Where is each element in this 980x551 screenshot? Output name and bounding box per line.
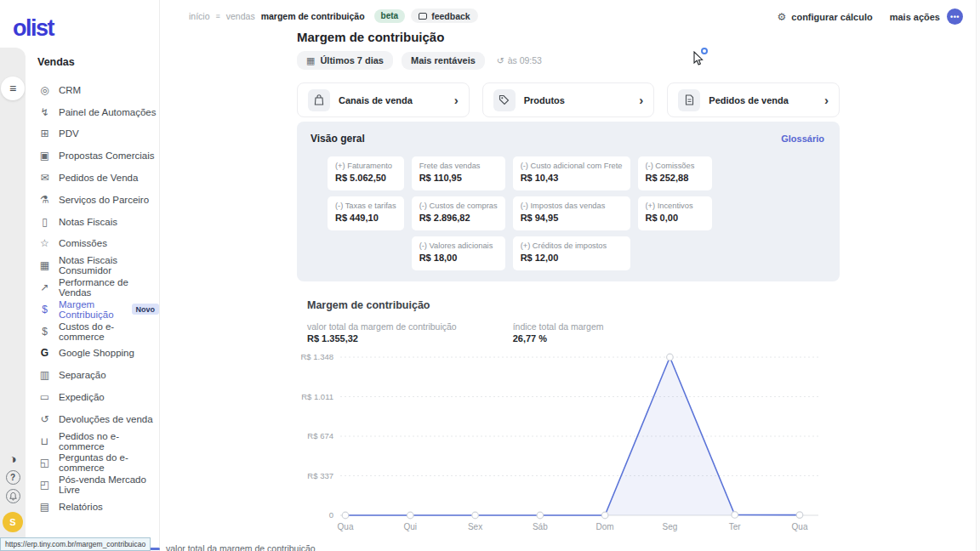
breadcrumb-current: margem de contribuição [261, 11, 365, 21]
svg-text:Qua: Qua [792, 522, 808, 531]
sidebar-item-custos-do-ecommerce[interactable]: $Custos do e-commerce [26, 321, 159, 343]
document-icon: ▯ [38, 216, 51, 228]
calculator-icon: ⊞ [38, 128, 51, 139]
svg-text:Ter: Ter [729, 522, 742, 531]
history-icon: ↺ [497, 55, 504, 65]
kpi-value: R$ 252,88 [646, 173, 705, 183]
kpi-label: (-) Custos de compras [419, 202, 498, 210]
stat-value: 26,77 % [513, 333, 604, 344]
sidebar-item-pedidos-no-ecommerce[interactable]: ⊔Pedidos no e-commerce [26, 430, 159, 452]
stat-label: valor total da margem de contribuição [307, 321, 457, 332]
overview-title: Visão geral [311, 133, 365, 145]
kpi-value: R$ 94,95 [521, 213, 623, 223]
sidebar-item-performance-de-vendas[interactable]: ↗Performance de Vendas [26, 276, 159, 298]
kpi-label: Frete das vendas [419, 162, 498, 170]
stat-total-margin: valor total da margem de contribuição R$… [307, 321, 457, 344]
kpi-value: R$ 0,00 [646, 213, 705, 223]
kpi-label: (-) Taxas e tarifas [335, 202, 396, 210]
kpi-creditos-de-impostos: (+) Créditos de impostosR$ 12,00 [513, 236, 630, 270]
sidebar-item-comissoes[interactable]: ☆Comissões [26, 233, 159, 255]
kpi-value: R$ 110,95 [419, 173, 498, 183]
glossary-link[interactable]: Glossário [781, 133, 824, 144]
sidebar-item-notas-fiscais[interactable]: ▯Notas Fiscais [26, 211, 159, 233]
sort-filter-button[interactable]: Mais rentáveis [402, 52, 485, 70]
sidebar-item-label: Comissões [59, 238, 107, 248]
calendar-icon: ▦ [306, 55, 315, 66]
kpi-value: R$ 449,10 [335, 213, 396, 223]
sidebar-item-label: Pedidos no e-commerce [59, 431, 159, 452]
envelope-icon: ✉ [38, 172, 51, 184]
sidebar-item-label: Pedidos de Venda [59, 173, 138, 183]
period-filter-button[interactable]: ▦ Últimos 7 dias [297, 51, 393, 70]
breadcrumb-section[interactable]: vendas [226, 11, 255, 21]
sidebar-nav: ◎CRM ↯Painel de Automações ⊞PDV ▣Propost… [26, 79, 159, 518]
feedback-button[interactable]: feedback [411, 9, 478, 23]
hamburger-icon: ≡ [9, 82, 16, 95]
more-actions-button[interactable]: mais ações ••• [890, 9, 963, 25]
sidebar-item-label: Expedição [59, 392, 105, 402]
sidebar-item-servicos-do-parceiro[interactable]: ⚗Serviços do Parceiro [26, 189, 159, 211]
cart-icon: ⊔ [38, 435, 51, 447]
card-pedidos-de-venda[interactable]: Pedidos de venda › [667, 82, 840, 117]
breadcrumb-home[interactable]: início [189, 11, 210, 21]
sidebar: Vendas ◎CRM ↯Painel de Automações ⊞PDV ▣… [26, 0, 160, 551]
kpi-label: (-) Valores adicionais [419, 241, 498, 250]
card-canais-de-venda[interactable]: Canais de venda › [297, 82, 470, 117]
svg-text:Seg: Seg [663, 522, 678, 531]
sidebar-item-google-shopping[interactable]: GGoogle Shopping [26, 343, 159, 365]
sidebar-item-notas-fiscais-consumidor[interactable]: ▦Notas Fiscais Consumidor [26, 254, 159, 276]
return-icon: ↺ [38, 413, 51, 425]
sidebar-item-painel-automacoes[interactable]: ↯Painel de Automações [26, 101, 159, 123]
period-filter-label: Últimos 7 dias [320, 55, 384, 65]
sidebar-item-expedicao[interactable]: ▭Expedição [26, 386, 159, 408]
sidebar-item-pedidos-de-venda[interactable]: ✉Pedidos de Venda [26, 167, 159, 189]
configure-calculation-button[interactable]: ⚙ configurar cálculo [778, 11, 873, 23]
drilldown-cards: Canais de venda › Produtos › Pedidos de … [297, 82, 840, 117]
kpi-label: (+) Créditos de impostos [521, 241, 623, 250]
contrast-icon[interactable]: ◑ [6, 452, 20, 466]
sidebar-item-label: Margem Contribuição [59, 299, 122, 320]
sidebar-item-label: CRM [59, 85, 81, 95]
sidebar-item-margem-contribuicao[interactable]: $Margem ContribuiçãoNovo [26, 298, 159, 321]
grid-icon: ▦ [38, 259, 51, 271]
sidebar-section-title: Vendas [37, 56, 75, 68]
kpi-frete-das-vendas: Frete das vendasR$ 110,95 [412, 156, 505, 190]
kpi-grid: (+) FaturamentoR$ 5.062,50 Frete das ven… [328, 156, 712, 270]
sidebar-item-pdv[interactable]: ⊞PDV [26, 123, 159, 145]
sort-filter-label: Mais rentáveis [411, 55, 476, 65]
margin-section-title: Margem de contribuição [307, 299, 604, 311]
kpi-custo-adicional-frete: (-) Custo adicional com FreteR$ 10,43 [513, 156, 630, 190]
sidebar-item-label: PDV [59, 128, 79, 139]
star-icon: ☆ [38, 237, 51, 249]
sidebar-item-crm[interactable]: ◎CRM [26, 79, 159, 101]
configure-label: configurar cálculo [791, 12, 872, 22]
google-icon: G [38, 347, 51, 359]
sidebar-item-label: Notas Fiscais Consumidor [59, 255, 159, 276]
svg-text:R$ 1.348: R$ 1.348 [300, 352, 333, 361]
sidebar-item-propostas-comerciais[interactable]: ▣Propostas Comerciais [26, 145, 159, 167]
stat-margin-index: índice total da margem 26,77 % [513, 321, 604, 344]
overview-panel: Visão geral Glossário (+) FaturamentoR$ … [297, 122, 840, 281]
sidebar-item-label: Performance de Vendas [59, 277, 159, 298]
kpi-value: R$ 5.062,50 [335, 173, 396, 183]
sidebar-item-label: Pós-venda Mercado Livre [59, 474, 159, 495]
help-icon[interactable]: ? [6, 470, 20, 485]
card-produtos[interactable]: Produtos › [482, 82, 655, 117]
speech-bubble-icon [419, 13, 427, 20]
chevron-right-icon: › [639, 93, 643, 107]
bell-icon[interactable] [6, 489, 20, 503]
kpi-custos-de-compras: (-) Custos de comprasR$ 2.896,82 [412, 196, 505, 230]
sidebar-item-pos-venda-mercado-livre[interactable]: ◰Pós-venda Mercado Livre [26, 474, 159, 496]
user-avatar[interactable]: S [3, 512, 23, 532]
sidebar-item-relatorios[interactable]: ▤Relatórios [26, 496, 159, 518]
chevron-right-icon: › [454, 93, 459, 107]
hamburger-menu-button[interactable]: ≡ [1, 77, 25, 100]
sidebar-item-perguntas-do-ecommerce[interactable]: ◱Perguntas do e-commerce [26, 452, 159, 474]
kpi-value: R$ 10,43 [521, 173, 623, 183]
sidebar-item-separacao[interactable]: ▥Separação [26, 364, 159, 386]
sidebar-item-devolucoes-de-venda[interactable]: ↺Devoluções de venda [26, 408, 159, 430]
scrollbar[interactable] [976, 0, 980, 551]
svg-text:R$ 337: R$ 337 [307, 471, 333, 480]
sidebar-item-label: Separação [59, 370, 106, 380]
file-icon [678, 89, 700, 111]
